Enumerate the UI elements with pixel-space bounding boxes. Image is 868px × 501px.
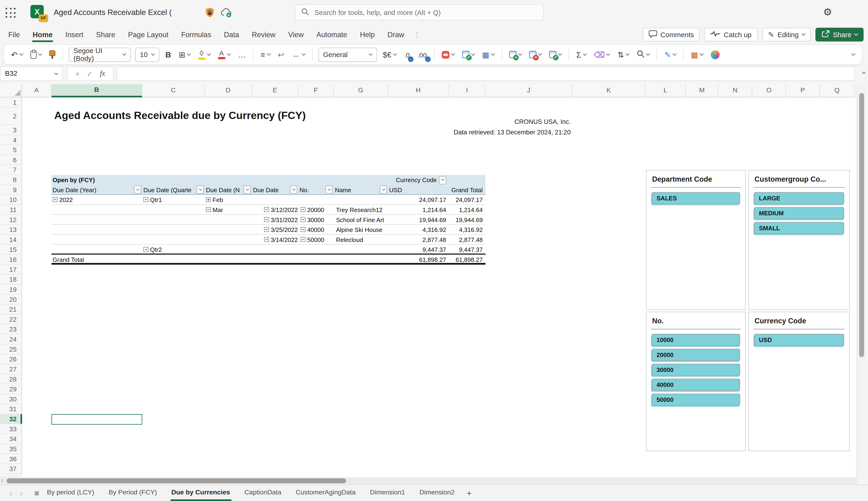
pivot-cell[interactable]: 1,214.64 <box>449 205 485 214</box>
ribbon-tab-home[interactable]: Home <box>32 25 53 44</box>
ribbon-tab-formulas[interactable]: Formulas <box>181 25 212 44</box>
font-name-dropdown[interactable]: Segoe UI (Body) <box>68 47 130 62</box>
currency-format-dropdown[interactable]: $€ <box>381 47 398 62</box>
collapse-minus-button[interactable]: − <box>301 227 306 232</box>
column-header-O[interactable]: O <box>752 84 786 97</box>
pivot-field-dropdown-name[interactable] <box>380 185 387 194</box>
vertical-scrollbar-thumb[interactable] <box>859 93 864 357</box>
collapse-minus-button[interactable]: − <box>143 247 148 252</box>
insert-function-icon[interactable]: fx <box>100 69 105 78</box>
pivot-cell[interactable]: −40000 <box>298 225 334 234</box>
insert-cells-dropdown[interactable]: + <box>507 47 523 62</box>
ribbon-tab-draw[interactable]: Draw <box>387 25 405 44</box>
pivot-cell[interactable]: Grand Total <box>51 255 142 264</box>
pivot-cell[interactable]: +Feb <box>205 195 252 204</box>
show-gridlines-dropdown[interactable]: ▦ <box>689 47 705 62</box>
expand-formula-bar-icon[interactable] <box>862 70 866 74</box>
slicer-item-30000[interactable]: 30000 <box>652 364 740 376</box>
ribbon-tab-automate[interactable]: Automate <box>316 25 348 44</box>
row-header-30[interactable]: 30 <box>0 394 22 404</box>
catch-up-button[interactable]: Catch up <box>704 28 758 41</box>
currency-code-filter-dropdown[interactable] <box>439 176 446 184</box>
sheet-tab-customeragingdata[interactable]: CustomerAgingData <box>294 485 356 501</box>
next-sheet-icon[interactable]: › <box>16 488 26 498</box>
row-header-7[interactable]: 7 <box>0 165 22 175</box>
row-header-29[interactable]: 29 <box>0 384 22 394</box>
row-header-9[interactable]: 9 <box>0 185 22 195</box>
pivot-field-dropdown-due-date[interactable] <box>290 185 297 194</box>
slicer-item-40000[interactable]: 40000 <box>652 379 740 391</box>
ribbon-tab-view[interactable]: View <box>288 25 304 44</box>
column-header-J[interactable]: J <box>485 84 572 97</box>
column-header-E[interactable]: E <box>252 84 298 97</box>
pivot-cell[interactable]: 4,316.92 <box>449 225 485 234</box>
cancel-icon[interactable]: × <box>75 70 79 78</box>
slicer-item-sales[interactable]: SALES <box>652 192 740 204</box>
pivot-cell[interactable]: −Qtr1 <box>142 195 205 204</box>
ribbon-tab-help[interactable]: Help <box>359 25 375 44</box>
search-bar[interactable] <box>295 4 544 21</box>
row-header-23[interactable]: 23 <box>0 324 22 334</box>
pivot-field-dropdown-due-date-n[interactable] <box>244 185 251 194</box>
document-title[interactable]: Aged Accounts Receivable Excel ( <box>54 8 172 17</box>
slicer-item-usd[interactable]: USD <box>754 334 844 346</box>
format-painter-button[interactable] <box>47 47 57 62</box>
slicer-item-20000[interactable]: 20000 <box>652 349 740 361</box>
row-header-34[interactable]: 34 <box>0 434 22 444</box>
row-header-2[interactable]: 2 <box>0 107 22 125</box>
spreadsheet-canvas[interactable]: Aged Accounts Receivable due by Currency… <box>22 97 856 477</box>
row-header-25[interactable]: 25 <box>0 344 22 354</box>
row-header-5[interactable]: 5 <box>0 145 22 155</box>
pivot-cell[interactable]: 4,316.92 <box>388 225 449 234</box>
pivot-cell[interactable]: −Qtr2 <box>142 245 205 254</box>
number-format-dropdown[interactable]: General <box>318 47 377 62</box>
slicer-item-50000[interactable]: 50000 <box>652 394 740 406</box>
row-header-8[interactable]: 8 <box>0 175 22 185</box>
vertical-scrollbar[interactable] <box>857 84 866 477</box>
pivot-cell[interactable]: −3/14/2022 <box>252 235 298 244</box>
column-header-A[interactable]: A <box>22 84 52 97</box>
sheet-tab-by-period-lcy[interactable]: By period (LCY) <box>46 485 95 501</box>
collapse-minus-button[interactable]: − <box>264 207 269 212</box>
column-header-I[interactable]: I <box>449 84 485 97</box>
pivot-cell[interactable]: School of Fine Art <box>334 215 388 224</box>
row-header-16[interactable]: 16 <box>0 255 22 265</box>
row-header-20[interactable]: 20 <box>0 295 22 305</box>
column-header-F[interactable]: F <box>298 84 334 97</box>
sort-filter-dropdown[interactable]: ⇅ <box>616 47 631 62</box>
row-header-27[interactable]: 27 <box>0 364 22 374</box>
bold-button[interactable]: B <box>164 47 172 62</box>
row-header-21[interactable]: 21 <box>0 305 22 315</box>
column-header-C[interactable]: C <box>142 84 205 97</box>
select-all-corner[interactable] <box>0 84 22 97</box>
collapse-minus-button[interactable]: − <box>301 217 306 222</box>
autosum-dropdown[interactable]: Σ <box>575 47 588 62</box>
column-header-P[interactable]: P <box>786 84 820 97</box>
collapse-minus-button[interactable]: − <box>206 207 211 212</box>
sheet-tab-by-period-fcy[interactable]: By Period (FCY) <box>108 485 158 501</box>
pivot-cell[interactable]: 61,898.27 <box>449 255 485 264</box>
row-header-31[interactable]: 31 <box>0 404 22 414</box>
sheet-tab-due-by-currencies[interactable]: Due by Currencies <box>170 485 231 501</box>
font-size-dropdown[interactable]: 10 <box>135 47 159 62</box>
share-button[interactable]: Share <box>815 28 864 41</box>
pivot-cell[interactable]: −50000 <box>298 235 334 244</box>
ribbon-tab-data[interactable]: Data <box>223 25 239 44</box>
row-header-37[interactable]: 37 <box>0 464 22 474</box>
collapse-minus-button[interactable]: − <box>53 197 57 202</box>
settings-gear-icon[interactable]: ⚙ <box>823 6 832 18</box>
row-header-32[interactable]: 32 <box>0 414 22 424</box>
row-header-17[interactable]: 17 <box>0 265 22 275</box>
row-header-24[interactable]: 24 <box>0 334 22 344</box>
row-header-6[interactable]: 6 <box>0 155 22 165</box>
ribbon-tab-share[interactable]: Share <box>96 25 116 44</box>
more-font-options-button[interactable]: … <box>236 47 247 62</box>
collapse-minus-button[interactable]: − <box>301 237 306 242</box>
horizontal-scrollbar[interactable]: ‹ <box>0 477 857 484</box>
row-header-15[interactable]: 15 <box>0 245 22 255</box>
ink-dropdown[interactable]: ✎ <box>663 47 677 62</box>
row-header-36[interactable]: 36 <box>0 454 22 464</box>
column-header-M[interactable]: M <box>686 84 719 97</box>
comments-button[interactable]: Comments <box>643 28 700 41</box>
format-as-table-dropdown[interactable]: ✓ <box>461 47 476 62</box>
